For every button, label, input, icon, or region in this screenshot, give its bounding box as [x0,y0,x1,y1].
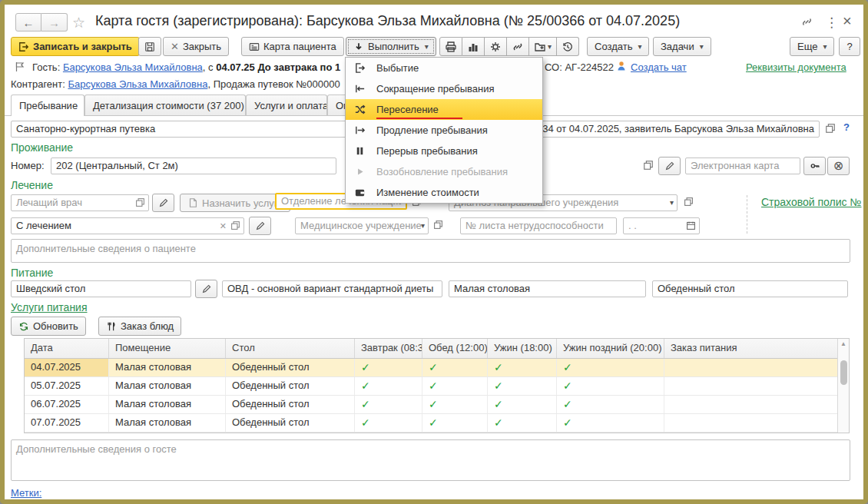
dining-table-field[interactable]: Обеденный стол [652,280,848,297]
refresh-label: Обновить [33,320,78,332]
med-org-combo[interactable]: Медицинское учреждение ▾ [295,217,429,234]
room-label: Номер: [11,160,45,171]
save-and-close-button[interactable]: Записать и закрыть [11,37,140,56]
more-button[interactable]: Еще ▾ [790,37,834,56]
create-button[interactable]: Создать ▾ [587,37,649,56]
section-meals: Питание [11,267,53,279]
help-button[interactable]: ? [839,37,860,56]
meal-type-field[interactable]: Шведский стол [11,280,191,297]
contractor-name-link[interactable]: Барсукова Эльза Михайловна [68,78,207,90]
tab-cost-details[interactable]: Детализация стоимости (37 200) [84,94,246,115]
create-chat-link[interactable]: Создать чат [631,61,687,73]
treatment-separator [747,195,747,234]
column-header[interactable]: Стол [226,339,355,358]
disability-date-field[interactable]: . . [623,217,700,234]
patient-notes-area[interactable]: Дополнительные сведения о пациенте [11,239,850,263]
table-cell: ✓ [422,396,488,413]
column-header[interactable]: Обед (12:00) [422,339,488,358]
business-process-button[interactable] [485,37,507,56]
menu-item[interactable]: Продление пребывания [346,120,542,141]
add-to-folder-button[interactable]: ▾ [529,37,557,56]
execute-button[interactable]: Выполнить ▾ [346,37,436,56]
save-button[interactable] [138,37,161,56]
menu-item[interactable]: Изменение стоимости [346,182,542,203]
meal-services-link[interactable]: Услуги питания [11,301,88,313]
execute-caret-icon: ▾ [425,42,429,51]
section-treatment: Лечение [11,179,53,191]
scrollbar-thumb[interactable] [840,360,847,385]
dining-hall-field[interactable]: Малая столовая [449,280,646,297]
kebab-menu-icon[interactable]: ⋮ [825,15,838,31]
table-cell: Малая столовая [109,414,226,432]
voucher-help-mark[interactable]: ? [843,121,850,133]
document-details-link[interactable]: Реквизиты документа [746,61,846,73]
history-button[interactable] [557,37,579,56]
doctor-open-icon[interactable] [135,197,145,207]
more-label: Еще [797,41,817,52]
with-treatment-open-icon[interactable] [230,220,240,230]
flag-icon[interactable] [14,61,26,73]
reports-button[interactable] [462,37,485,56]
favorite-star-icon[interactable]: ☆ [72,14,85,32]
menu-item[interactable]: Выбытие [346,58,542,78]
ecard-field[interactable]: Электронная карта [685,158,800,174]
table-row[interactable]: 07.07.2025Малая столоваяОбеденный стол✓✓… [25,414,849,433]
menu-item[interactable]: Перерыв пребывания [346,141,542,161]
diagnosis-open-icon[interactable] [684,197,694,207]
back-button[interactable]: ← [15,13,41,32]
table-cell: ✓ [488,377,557,395]
assign-service-button[interactable]: Назначить услугу [180,194,290,212]
print-button[interactable] [439,37,462,56]
forward-button[interactable]: → [41,13,68,32]
order-dishes-button[interactable]: Заказ блюд [98,317,181,336]
with-treatment-clear-icon[interactable]: ✕ [220,218,227,234]
column-header[interactable]: Дата [25,339,109,358]
voucher-open-icon[interactable] [825,123,836,134]
column-header[interactable]: Ужин поздний (20:00) [557,339,664,358]
ecard-key-button[interactable] [803,157,826,175]
menu-item[interactable]: Переселение [346,99,542,120]
tab-stay[interactable]: Пребывание [11,94,84,116]
column-header[interactable]: Ужин (18:00) [488,339,557,358]
get-link-icon[interactable] [800,15,813,28]
patient-card-button[interactable]: Карта пациента [241,37,344,56]
table-cell: Обеденный стол [226,396,355,413]
close-window-icon[interactable]: × [843,12,852,30]
create-caret-icon: ▾ [638,42,641,51]
ecard-clear-button[interactable]: ⊗ [827,157,850,175]
menu-item[interactable]: Сокращение пребывания [346,78,542,99]
tasks-button[interactable]: Задачи ▾ [653,37,711,56]
diet-field[interactable]: ОВД - основной вариант стандартной диеты [222,280,442,297]
with-treatment-field[interactable]: С лечением ✕ [11,217,244,234]
guest-notes-area[interactable]: Дополнительные сведения о госте [11,439,850,481]
table-scrollbar[interactable]: ▲ [837,339,849,433]
diagnosis-caret-icon[interactable]: ▾ [670,195,674,211]
meal-type-edit-button[interactable] [195,280,217,298]
disability-field[interactable]: № листа нетрудоспособности [460,217,617,234]
med-org-open-icon[interactable] [433,220,443,230]
close-label: Закрыть [183,41,221,52]
table-row[interactable]: 05.07.2025Малая столоваяОбеденный стол✓✓… [25,377,849,396]
tags-link[interactable]: Метки: [11,487,41,499]
insurance-policy-link[interactable]: Страховой полис № [761,196,861,208]
column-header[interactable]: Завтрак (08:30) [355,339,422,358]
scroll-up-icon[interactable]: ▲ [840,340,846,347]
close-button[interactable]: ✕ Закрыть [163,37,229,56]
table-row[interactable]: 04.07.2025Малая столоваяОбеденный стол✓✓… [25,359,849,377]
column-header[interactable]: Помещение [109,339,226,358]
calendar-icon[interactable] [686,220,696,230]
med-org-caret-icon[interactable]: ▾ [421,218,425,234]
tab-services-payment[interactable]: Услуги и оплата [246,94,327,115]
column-header[interactable]: Заказ питания [664,339,839,358]
guest-name-link[interactable]: Барсукова Эльза Михайловна [63,61,203,73]
refresh-button[interactable]: Обновить [11,317,86,336]
room-open-icon[interactable] [643,160,654,171]
doctor-field[interactable]: Лечащий врач [11,194,149,211]
room-edit-button[interactable] [658,157,681,175]
doctor-edit-button[interactable] [152,194,174,212]
attach-link-button[interactable] [507,37,529,56]
with-treatment-edit-button[interactable] [249,217,271,235]
room-field[interactable]: 202 (Центральный, Ст 2м) [51,158,336,174]
table-cell: 05.07.2025 [25,377,109,395]
table-row[interactable]: 06.07.2025Малая столоваяОбеденный стол✓✓… [25,396,849,414]
